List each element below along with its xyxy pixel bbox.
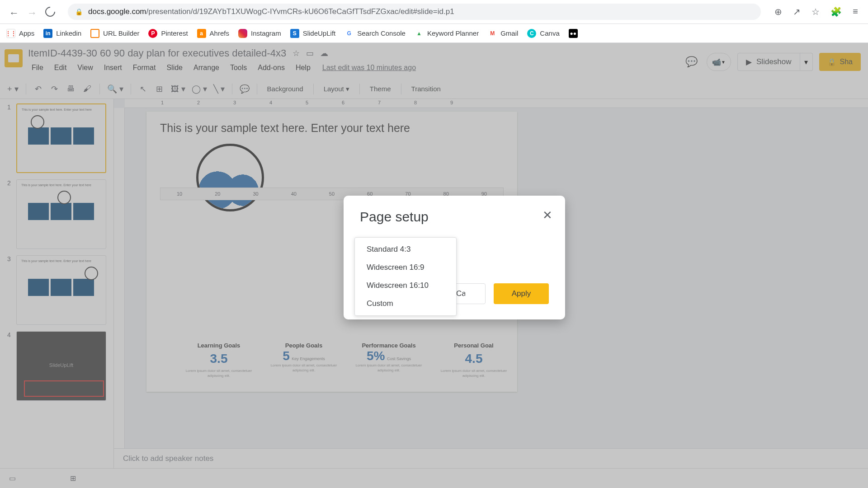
bookmark-ahrefs[interactable]: aAhrefs: [197, 29, 229, 38]
bookmark-apps[interactable]: ⋮⋮Apps: [6, 29, 34, 38]
option-widescreen-16-10[interactable]: Widescreen 16:10: [355, 277, 456, 295]
bookmark-slideuplift[interactable]: SSlideUpLift: [290, 29, 336, 38]
apply-button[interactable]: Apply: [494, 283, 549, 304]
bookmark-instagram[interactable]: Instagram: [238, 29, 281, 38]
chrome-menu-icon[interactable]: ≡: [853, 6, 858, 17]
bookmarks-bar: ⋮⋮Apps inLinkedin URL Builder PPinterest…: [0, 24, 868, 43]
option-widescreen-16-9[interactable]: Widescreen 16:9: [355, 258, 456, 277]
bookmark-search-console[interactable]: GSearch Console: [344, 29, 406, 38]
zoom-icon[interactable]: ⊕: [774, 6, 782, 17]
address-bar[interactable]: 🔒 docs.google.com/presentation/d/19ZAYbT…: [68, 4, 761, 20]
extensions-icon[interactable]: 🧩: [830, 6, 842, 17]
browser-chrome: ← → 🔒 docs.google.com/presentation/d/19Z…: [0, 0, 868, 24]
page-setup-dialog: Page setup ✕ Standard 4:3 Widescreen 16:…: [344, 196, 565, 319]
bookmark-linkedin[interactable]: inLinkedin: [43, 29, 81, 38]
reload-button[interactable]: [43, 5, 57, 19]
bookmark-star-icon[interactable]: ☆: [811, 6, 820, 17]
bookmark-pinterest[interactable]: PPinterest: [148, 29, 188, 38]
bookmark-medium[interactable]: ●●: [569, 29, 578, 38]
page-size-dropdown: Standard 4:3 Widescreen 16:9 Widescreen …: [354, 237, 457, 316]
bookmark-gmail[interactable]: MGmail: [488, 29, 518, 38]
option-custom[interactable]: Custom: [355, 295, 456, 313]
option-standard-4-3[interactable]: Standard 4:3: [355, 240, 456, 258]
bookmark-canva[interactable]: CCanva: [527, 29, 559, 38]
forward-button[interactable]: →: [27, 7, 36, 16]
share-url-icon[interactable]: ↗: [793, 6, 801, 17]
lock-icon: 🔒: [75, 8, 83, 15]
close-icon[interactable]: ✕: [542, 208, 552, 222]
back-button[interactable]: ←: [9, 7, 18, 16]
bookmark-url-builder[interactable]: URL Builder: [90, 29, 139, 38]
url-text: docs.google.com/presentation/d/19ZAYbT1X…: [88, 7, 454, 16]
dialog-title: Page setup: [360, 209, 549, 225]
bookmark-keyword-planner[interactable]: ▲Keyword Planner: [415, 29, 479, 38]
